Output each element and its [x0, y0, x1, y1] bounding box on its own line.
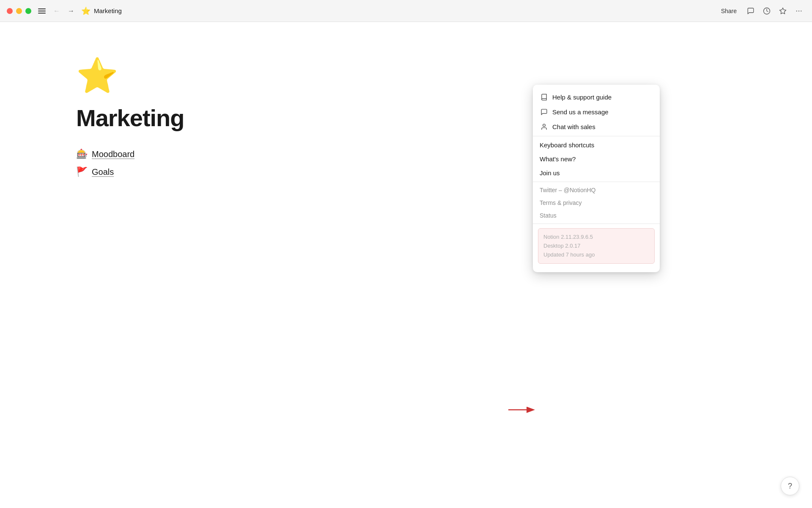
- titlebar: ← → ⭐ Marketing Share: [0, 0, 812, 22]
- back-button[interactable]: ←: [51, 6, 63, 17]
- help-button[interactable]: ?: [781, 477, 799, 495]
- message-icon: [540, 108, 548, 116]
- minimize-button[interactable]: [16, 8, 22, 14]
- keyboard-shortcuts-label: Keyboard shortcuts: [540, 141, 594, 149]
- page-title-star-icon: ⭐: [81, 6, 91, 16]
- twitter-item[interactable]: Twitter – @NotionHQ: [533, 184, 660, 196]
- version-info-box: Notion 2.11.23.9.6.5 Desktop 2.0.17 Upda…: [538, 228, 655, 264]
- shortcuts-section: Keyboard shortcuts What's new? Join us: [533, 136, 660, 182]
- moodboard-label: Moodboard: [92, 149, 134, 159]
- more-options-button[interactable]: [793, 6, 805, 17]
- join-us-item[interactable]: Join us: [533, 166, 660, 180]
- version-line1: Notion 2.11.23.9.6.5: [543, 233, 649, 242]
- history-button[interactable]: [760, 6, 773, 17]
- clock-icon: [763, 7, 771, 15]
- keyboard-shortcuts-item[interactable]: Keyboard shortcuts: [533, 138, 660, 152]
- status-item[interactable]: Status: [533, 209, 660, 222]
- help-support-label: Help & support guide: [552, 94, 612, 101]
- terms-item[interactable]: Terms & privacy: [533, 196, 660, 209]
- traffic-lights: [7, 8, 31, 14]
- ellipsis-icon: [795, 7, 803, 15]
- whats-new-label: What's new?: [540, 155, 576, 163]
- send-message-item[interactable]: Send us a message: [533, 105, 660, 119]
- terms-label: Terms & privacy: [540, 199, 582, 206]
- support-section: Help & support guide Send us a message C…: [533, 88, 660, 136]
- twitter-label: Twitter – @NotionHQ: [540, 187, 595, 193]
- whats-new-item[interactable]: What's new?: [533, 152, 660, 166]
- share-button[interactable]: Share: [717, 6, 741, 16]
- svg-point-2: [796, 10, 797, 11]
- forward-button[interactable]: →: [65, 6, 77, 17]
- version-line3: Updated 7 hours ago: [543, 251, 649, 260]
- sidebar-toggle-button[interactable]: [38, 8, 46, 14]
- nav-buttons: ← →: [51, 6, 77, 17]
- links-section: Twitter – @NotionHQ Terms & privacy Stat…: [533, 182, 660, 224]
- arrow-indicator: [508, 404, 538, 416]
- page-title-area: ⭐ Marketing: [81, 6, 122, 16]
- svg-point-4: [801, 10, 801, 11]
- chat-sales-label: Chat with sales: [552, 123, 595, 130]
- comment-icon: [747, 7, 754, 15]
- comments-button[interactable]: [744, 6, 757, 17]
- main-content: ⭐ Marketing 🎰 Moodboard 🚩 Goals: [0, 22, 812, 211]
- svg-point-3: [798, 10, 799, 11]
- favorite-button[interactable]: [776, 6, 789, 17]
- help-dropdown-menu: Help & support guide Send us a message C…: [533, 85, 660, 272]
- version-line2: Desktop 2.0.17: [543, 242, 649, 251]
- moodboard-emoji: 🎰: [76, 149, 88, 160]
- page-title-label: Marketing: [94, 7, 122, 14]
- goals-emoji: 🚩: [76, 166, 88, 177]
- join-us-label: Join us: [540, 169, 560, 177]
- svg-point-5: [543, 124, 545, 127]
- send-message-label: Send us a message: [552, 108, 609, 116]
- help-support-item[interactable]: Help & support guide: [533, 90, 660, 105]
- version-section: Notion 2.11.23.9.6.5 Desktop 2.0.17 Upda…: [533, 224, 660, 269]
- person-icon: [540, 123, 548, 130]
- close-button[interactable]: [7, 8, 13, 14]
- status-label: Status: [540, 212, 557, 219]
- star-icon: [779, 7, 787, 15]
- maximize-button[interactable]: [25, 8, 31, 14]
- goals-label: Goals: [92, 167, 114, 177]
- svg-marker-1: [780, 8, 786, 14]
- chat-sales-item[interactable]: Chat with sales: [533, 119, 660, 134]
- titlebar-right: Share: [717, 6, 805, 17]
- arrow-svg: [508, 404, 538, 416]
- book-icon: [540, 94, 548, 101]
